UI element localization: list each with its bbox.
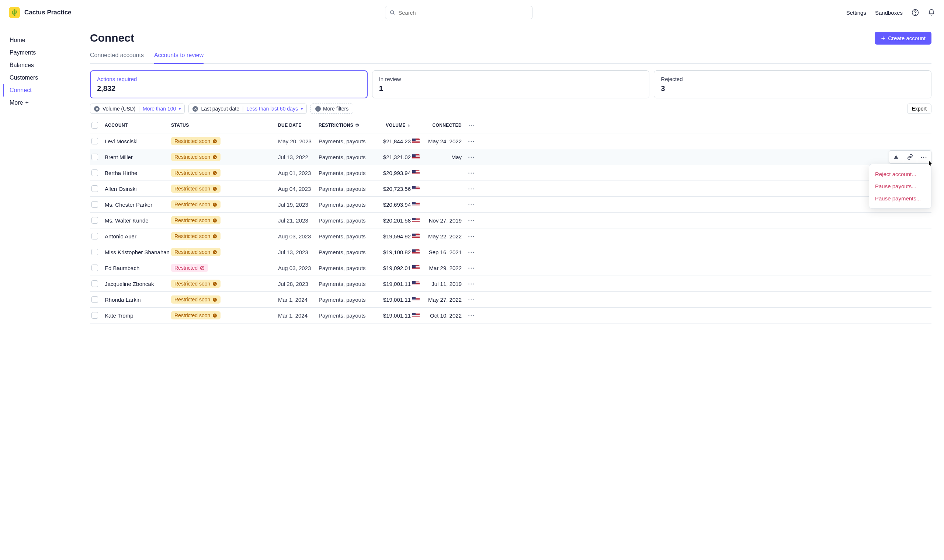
- bell-icon[interactable]: [928, 9, 935, 16]
- table-row[interactable]: Jacqueline ZboncakRestricted soon Jul 28…: [90, 276, 932, 292]
- col-connected[interactable]: CONNECTED: [421, 123, 462, 128]
- row-checkbox[interactable]: [91, 233, 98, 240]
- account-name: Ms. Walter Kunde: [105, 217, 171, 224]
- due-date: Jul 21, 2023: [278, 217, 319, 224]
- link-button[interactable]: [903, 151, 917, 163]
- sidebar-item-customers[interactable]: Customers: [3, 71, 77, 84]
- col-account[interactable]: ACCOUNT: [105, 123, 171, 128]
- table-row[interactable]: Kate TrompRestricted soon Mar 1, 2024Pay…: [90, 308, 932, 323]
- stat-card-in-review[interactable]: In review 1: [372, 70, 650, 98]
- connected-date: May: [421, 154, 462, 160]
- alert-button[interactable]: [889, 151, 903, 163]
- row-more-button[interactable]: ···: [462, 154, 475, 160]
- col-restrictions[interactable]: RESTRICTIONS: [319, 123, 374, 128]
- row-more-button[interactable]: ···: [462, 202, 475, 208]
- row-checkbox[interactable]: [91, 296, 98, 303]
- create-account-button[interactable]: Create account: [875, 32, 932, 45]
- restrictions: Payments, payouts: [319, 265, 374, 271]
- row-more-button[interactable]: ···: [462, 138, 475, 145]
- remove-filter-icon[interactable]: ✕: [94, 106, 100, 112]
- row-checkbox[interactable]: [91, 169, 98, 176]
- row-more-button[interactable]: ···: [462, 186, 475, 192]
- col-more-icon[interactable]: ···: [462, 123, 475, 128]
- table-row[interactable]: Rhonda LarkinRestricted soon Mar 1, 2024…: [90, 292, 932, 308]
- tab-accounts-to-review[interactable]: Accounts to review: [154, 48, 204, 64]
- due-date: Aug 03, 2023: [278, 265, 319, 271]
- filter-label: Last payout date: [201, 106, 239, 112]
- row-more-button[interactable]: ···: [462, 170, 475, 176]
- due-date: Aug 03, 2023: [278, 233, 319, 240]
- help-icon[interactable]: [912, 9, 919, 16]
- col-due-date[interactable]: DUE DATE: [278, 123, 319, 128]
- account-name: Levi Mosciski: [105, 138, 171, 145]
- stat-card-rejected[interactable]: Rejected 3: [654, 70, 932, 98]
- table-row[interactable]: Ed BaumbachRestricted Aug 03, 2023Paymen…: [90, 260, 932, 276]
- col-volume-label: VOLUME: [386, 123, 406, 128]
- row-checkbox[interactable]: [91, 280, 98, 287]
- us-flag-icon: [412, 170, 420, 175]
- content-area: Connect Create account Connected account…: [77, 25, 944, 560]
- settings-link[interactable]: Settings: [846, 9, 866, 16]
- sidebar-item-payments[interactable]: Payments: [3, 46, 77, 59]
- search-input-wrap[interactable]: [385, 6, 532, 19]
- account-name: Jacqueline Zboncak: [105, 281, 171, 287]
- row-checkbox[interactable]: [91, 265, 98, 271]
- export-button[interactable]: Export: [907, 103, 932, 114]
- country-flag: [411, 154, 421, 160]
- dropdown-pause-payments[interactable]: Pause payments...: [869, 192, 931, 205]
- sandboxes-link[interactable]: Sandboxes: [875, 9, 903, 16]
- row-more-button[interactable]: ···: [462, 281, 475, 287]
- row-more-button[interactable]: ···: [462, 312, 475, 319]
- row-checkbox[interactable]: [91, 249, 98, 255]
- status-badge: Restricted soon: [171, 200, 221, 209]
- tab-connected-accounts[interactable]: Connected accounts: [90, 48, 144, 64]
- table-row[interactable]: Miss Kristopher ShanahanRestricted soon …: [90, 244, 932, 260]
- volume: $19,001.11: [374, 281, 411, 287]
- status-badge: Restricted soon: [171, 280, 221, 288]
- row-checkbox[interactable]: [91, 138, 98, 145]
- more-filters-label: More filters: [323, 106, 349, 112]
- sidebar-item-balances[interactable]: Balances: [3, 59, 77, 71]
- row-more-button[interactable]: ···: [462, 249, 475, 255]
- filter-last-payout[interactable]: ✕ Last payout date | Less than last 60 d…: [188, 103, 307, 114]
- dropdown-reject-account[interactable]: Reject account...: [869, 168, 931, 180]
- table-row[interactable]: Ms. Walter KundeRestricted soon Jul 21, …: [90, 212, 932, 228]
- col-volume[interactable]: VOLUME: [374, 123, 411, 128]
- stat-label: Rejected: [661, 76, 924, 82]
- volume: $20,993.94: [374, 170, 411, 176]
- table-row[interactable]: Levi MosciskiRestricted soon May 20, 202…: [90, 133, 932, 149]
- sidebar-item-more[interactable]: More +: [3, 97, 77, 109]
- sidebar-item-connect[interactable]: Connect: [3, 84, 77, 97]
- row-more-button[interactable]: ···: [462, 217, 475, 224]
- table-row[interactable]: Allen OsinskiRestricted soon Aug 04, 202…: [90, 181, 932, 197]
- table-row[interactable]: Bertha HirtheRestricted soon Aug 01, 202…: [90, 165, 932, 181]
- volume: $19,092.01: [374, 265, 411, 271]
- row-more-button[interactable]: ···: [462, 297, 475, 303]
- remove-filter-icon[interactable]: ✕: [193, 106, 198, 112]
- row-checkbox[interactable]: [91, 201, 98, 208]
- row-more-button[interactable]: ···: [462, 265, 475, 271]
- row-checkbox[interactable]: [91, 217, 98, 224]
- row-overflow-button[interactable]: ···: [917, 151, 931, 163]
- stat-card-actions-required[interactable]: Actions required 2,832: [90, 70, 368, 98]
- table-row[interactable]: Ms. Chester ParkerRestricted soon Jul 19…: [90, 197, 932, 212]
- sidebar: Home Payments Balances Customers Connect…: [0, 25, 77, 560]
- row-checkbox[interactable]: [91, 312, 98, 319]
- dropdown-pause-payouts[interactable]: Pause payouts...: [869, 180, 931, 192]
- plus-icon: +: [25, 100, 28, 106]
- sidebar-item-label: More: [9, 100, 23, 106]
- brand[interactable]: 🌵 Cactus Practice: [9, 7, 71, 18]
- row-checkbox[interactable]: [91, 154, 98, 160]
- filter-volume[interactable]: ✕ Volume (USD) | More than 100 ▾: [90, 103, 185, 114]
- table-row[interactable]: Antonio AuerRestricted soon Aug 03, 2023…: [90, 228, 932, 244]
- row-more-button[interactable]: ···: [462, 233, 475, 240]
- row-checkbox[interactable]: [91, 185, 98, 192]
- sidebar-item-home[interactable]: Home: [3, 34, 77, 46]
- search-input[interactable]: [398, 9, 528, 16]
- table-row[interactable]: Brent MillerRestricted soon Jul 13, 2022…: [90, 149, 932, 165]
- col-status[interactable]: STATUS: [171, 123, 278, 128]
- svg-point-3: [915, 14, 915, 14]
- restrictions: Payments, payouts: [319, 297, 374, 303]
- more-filters-button[interactable]: + More filters: [310, 103, 353, 114]
- select-all-checkbox[interactable]: [91, 122, 98, 129]
